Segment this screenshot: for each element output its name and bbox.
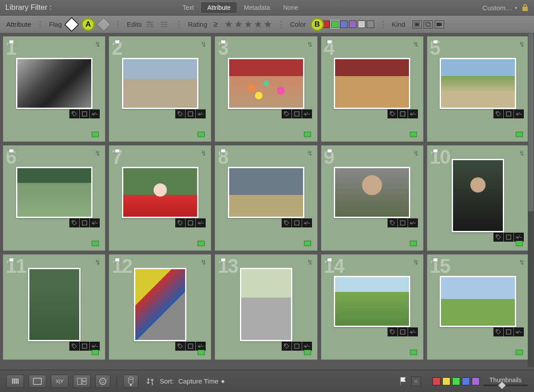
color-swatch-none[interactable] (358, 20, 365, 28)
cell-flag-icon[interactable] (432, 257, 440, 265)
color-swatch-green[interactable] (331, 20, 339, 28)
thumbnail-cell[interactable]: 11 ↯ +⁄− (3, 254, 105, 360)
rating-operator[interactable]: ≥ (214, 20, 218, 29)
thumbnail-cell[interactable]: 8 ↯ +⁄− (214, 145, 317, 251)
thumbnail-cell[interactable]: 6 ↯ +⁄− (3, 145, 105, 251)
badge-keyword-icon[interactable] (388, 109, 397, 118)
cell-color-label[interactable] (198, 350, 205, 355)
badge-crop-icon[interactable] (292, 342, 302, 351)
badge-keyword-icon[interactable] (282, 342, 291, 351)
cell-pin-icon[interactable]: ↯ (413, 40, 419, 48)
view-survey-button[interactable] (73, 375, 91, 388)
badge-crop-icon[interactable] (80, 218, 89, 227)
cell-color-label[interactable] (92, 132, 99, 137)
cell-flag-icon[interactable] (8, 39, 16, 47)
badge-develop-icon[interactable]: +⁄− (302, 218, 312, 227)
thumbnail-image[interactable] (16, 58, 93, 109)
badge-crop-icon[interactable] (186, 342, 195, 351)
thumbnail-image[interactable] (334, 167, 410, 218)
thumbnail-cell[interactable]: 4 ↯ +⁄− (321, 36, 424, 142)
sort-criteria-dropdown[interactable]: Capture Time ◆ (178, 377, 225, 385)
thumbnail-cell[interactable]: 15 ↯ +⁄− (427, 254, 530, 360)
cell-pin-icon[interactable]: ↯ (201, 258, 206, 267)
badge-crop-icon[interactable] (504, 233, 514, 242)
cell-color-label[interactable] (410, 241, 417, 246)
badge-keyword-icon[interactable] (175, 342, 185, 351)
label-purple-button[interactable] (472, 377, 480, 385)
badge-develop-icon[interactable]: +⁄− (408, 109, 418, 118)
badge-develop-icon[interactable]: +⁄− (90, 109, 100, 118)
lock-icon[interactable] (522, 4, 529, 12)
badge-develop-icon[interactable]: +⁄− (196, 109, 206, 118)
thumbnail-cell[interactable]: 7 ↯ +⁄− (109, 145, 211, 251)
cell-pin-icon[interactable]: ↯ (307, 258, 313, 267)
edits-edited-icon[interactable] (146, 20, 156, 28)
cell-flag-icon[interactable] (432, 39, 440, 47)
cell-color-label[interactable] (304, 241, 311, 246)
badge-keyword-icon[interactable] (494, 327, 503, 336)
view-people-button[interactable] (95, 375, 110, 388)
badge-keyword-icon[interactable] (175, 109, 185, 118)
thumbnail-image[interactable] (16, 167, 93, 218)
cell-pin-icon[interactable]: ↯ (519, 40, 525, 48)
badge-develop-icon[interactable]: +⁄− (302, 342, 312, 351)
cell-flag-icon[interactable] (432, 148, 440, 156)
cell-flag-icon[interactable] (8, 257, 16, 265)
cell-color-label[interactable] (198, 132, 205, 137)
thumbnail-cell[interactable]: 13 ↯ +⁄− (214, 254, 317, 360)
thumbnail-cell[interactable]: 1 ↯ +⁄− (3, 36, 105, 142)
cell-flag-icon[interactable] (219, 148, 227, 156)
badge-crop-icon[interactable] (398, 327, 408, 336)
label-blue-button[interactable] (462, 377, 470, 385)
thumbnail-image[interactable] (334, 276, 410, 327)
flag-picked-icon[interactable] (64, 17, 79, 32)
cell-color-label[interactable] (304, 132, 311, 137)
badge-develop-icon[interactable]: +⁄− (196, 218, 206, 227)
badge-keyword-icon[interactable] (494, 233, 503, 242)
color-swatch-other[interactable] (367, 20, 374, 28)
cell-color-label[interactable] (410, 350, 417, 355)
color-swatch-purple[interactable] (349, 20, 356, 28)
cell-pin-icon[interactable]: ↯ (519, 149, 525, 158)
cell-pin-icon[interactable]: ↯ (95, 40, 101, 48)
cell-color-label[interactable] (516, 132, 523, 137)
cell-pin-icon[interactable]: ↯ (95, 149, 101, 158)
cell-pin-icon[interactable]: ↯ (413, 258, 419, 267)
thumbnail-image[interactable] (440, 276, 516, 327)
cell-color-label[interactable] (92, 350, 99, 355)
sort-direction-icon[interactable]: az (146, 376, 155, 386)
cell-color-label[interactable] (516, 350, 523, 355)
color-swatch-blue[interactable] (340, 20, 348, 28)
badge-keyword-icon[interactable] (388, 218, 397, 227)
badge-keyword-icon[interactable] (69, 342, 79, 351)
thumbnail-image[interactable] (240, 268, 292, 341)
badge-develop-icon[interactable]: +⁄− (302, 109, 312, 118)
cell-color-label[interactable] (92, 241, 99, 246)
cell-pin-icon[interactable]: ↯ (519, 258, 525, 267)
thumbnail-cell[interactable]: 14 ↯ +⁄− (321, 254, 424, 360)
cell-pin-icon[interactable]: ↯ (413, 149, 419, 158)
cell-flag-icon[interactable] (113, 148, 121, 156)
flag-pick-button[interactable] (399, 376, 408, 386)
view-compare-button[interactable]: X|Y (51, 375, 69, 388)
label-green-button[interactable] (452, 377, 460, 385)
thumbnail-image[interactable] (440, 58, 516, 109)
badge-develop-icon[interactable]: +⁄− (90, 342, 100, 351)
view-loupe-button[interactable] (28, 375, 46, 388)
label-yellow-button[interactable] (442, 377, 450, 385)
badge-develop-icon[interactable]: +⁄− (514, 233, 524, 242)
star-3-icon[interactable]: ★ (244, 19, 253, 30)
thumbnail-cell[interactable]: 2 ↯ +⁄− (109, 36, 211, 142)
badge-keyword-icon[interactable] (282, 218, 291, 227)
star-1-icon[interactable]: ★ (224, 19, 233, 30)
cell-pin-icon[interactable]: ↯ (307, 149, 313, 158)
filter-preset-dropdown[interactable]: Custom… ▾ (482, 4, 517, 12)
star-2-icon[interactable]: ★ (234, 19, 243, 30)
filter-tab-metadata[interactable]: Metadata (238, 2, 276, 13)
badge-keyword-icon[interactable] (494, 109, 503, 118)
thumbnail-cell[interactable]: 12 ↯ +⁄− (109, 254, 211, 360)
thumbnail-cell[interactable]: 9 ↯ +⁄− (321, 145, 424, 251)
cell-pin-icon[interactable]: ↯ (307, 40, 313, 48)
badge-crop-icon[interactable] (80, 342, 89, 351)
cell-pin-icon[interactable]: ↯ (201, 149, 206, 158)
